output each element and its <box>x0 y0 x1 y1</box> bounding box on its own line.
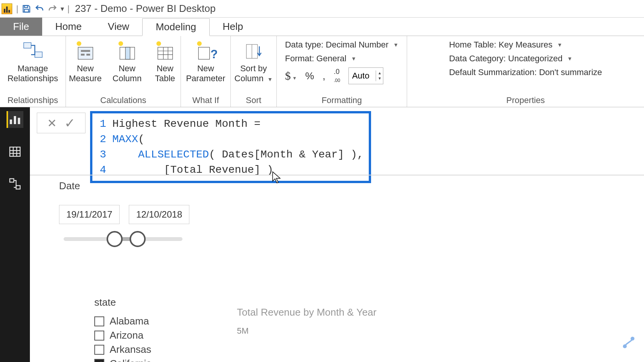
horizontal-divider <box>30 175 644 175</box>
svg-rect-3 <box>34 52 42 57</box>
date-from-input[interactable]: 19/11/2017 <box>59 205 120 224</box>
view-tab[interactable]: View <box>95 18 142 36</box>
state-option[interactable]: Alabama <box>94 315 152 327</box>
currency-button[interactable]: $▼ <box>285 69 297 82</box>
manage-relationships-button[interactable]: Manage Relationships <box>4 38 62 84</box>
svg-rect-11 <box>125 47 130 59</box>
undo-button[interactable] <box>33 2 46 15</box>
svg-text:?: ? <box>210 48 217 61</box>
format-dropdown[interactable]: Format: General▼ <box>285 54 398 64</box>
svg-point-34 <box>631 337 634 340</box>
svg-rect-2 <box>23 43 31 48</box>
default-summarization-dropdown[interactable]: Default Summarization: Don't summarize <box>449 67 602 77</box>
home-table-dropdown[interactable]: Home Table: Key Measures▼ <box>449 40 602 50</box>
window-title: 237 - Demo - Power BI Desktop <box>75 3 215 15</box>
formula-editor[interactable]: 1Highest Revenue Month = 2MAXX( 3 ALLSEL… <box>90 111 371 183</box>
cancel-formula-button[interactable]: ✕ <box>47 116 57 130</box>
slider-handle-end[interactable] <box>130 231 146 247</box>
new-column-button[interactable]: New Column <box>110 38 144 84</box>
new-measure-button[interactable]: New Measure <box>67 38 104 84</box>
svg-rect-8 <box>86 54 90 56</box>
svg-rect-6 <box>80 50 90 52</box>
svg-rect-31 <box>10 179 14 182</box>
svg-rect-7 <box>80 54 84 56</box>
data-type-dropdown[interactable]: Data type: Decimal Number▼ <box>285 40 398 50</box>
chart-axis-tick: 5M <box>237 326 376 336</box>
sort-group-label: Sort <box>246 94 261 106</box>
save-button[interactable] <box>20 2 33 15</box>
decimal-places-input[interactable]: ▲▼ <box>348 67 383 84</box>
svg-rect-5 <box>78 47 93 59</box>
qat-separator: | <box>16 4 18 14</box>
svg-point-4 <box>77 41 81 46</box>
checkbox-icon[interactable] <box>94 331 104 341</box>
new-parameter-button[interactable]: ? New Parameter <box>184 38 228 84</box>
mouse-cursor-icon <box>271 171 281 184</box>
model-view-button[interactable] <box>7 175 23 192</box>
relationships-group-label: Relationships <box>7 94 58 106</box>
svg-rect-19 <box>198 47 209 59</box>
properties-group-label: Properties <box>506 94 545 106</box>
commit-formula-button[interactable]: ✓ <box>64 115 75 131</box>
report-view-button[interactable] <box>7 111 23 128</box>
svg-point-9 <box>118 41 123 46</box>
svg-point-12 <box>156 41 161 46</box>
calculations-group-label: Calculations <box>100 94 146 106</box>
qat-customize[interactable]: ▾ <box>59 5 66 13</box>
svg-rect-26 <box>10 147 20 156</box>
revenue-chart[interactable]: Total Revenue by Month & Year 5M <box>237 306 376 336</box>
qat-separator-2: | <box>67 4 70 14</box>
state-option[interactable]: Arizona <box>94 329 152 341</box>
checkbox-icon[interactable] <box>94 316 104 326</box>
slider-handle-start[interactable] <box>107 231 123 247</box>
state-slicer[interactable]: state Alabama Arizona Arkansas ✓ Califor… <box>94 296 152 362</box>
help-tab[interactable]: Help <box>210 18 256 36</box>
svg-rect-24 <box>14 116 16 124</box>
state-slicer-title: state <box>94 296 152 308</box>
date-slicer-title: Date <box>59 180 189 192</box>
redo-button[interactable] <box>46 2 59 15</box>
svg-point-33 <box>624 345 626 348</box>
date-to-input[interactable]: 12/10/2018 <box>129 205 189 224</box>
comma-button[interactable]: , <box>322 70 325 82</box>
svg-rect-32 <box>16 186 20 189</box>
data-category-dropdown[interactable]: Data Category: Uncategorized▼ <box>449 54 602 64</box>
app-logo <box>2 3 12 14</box>
svg-point-18 <box>197 41 202 46</box>
checkbox-icon[interactable]: ✓ <box>94 359 104 362</box>
svg-rect-0 <box>24 5 28 7</box>
date-slicer[interactable]: Date 19/11/2017 12/10/2018 <box>59 180 189 241</box>
state-option[interactable]: ✓ California <box>94 358 152 362</box>
new-table-button[interactable]: New Table <box>151 38 179 84</box>
data-view-button[interactable] <box>7 143 23 160</box>
checkbox-icon[interactable] <box>94 345 104 355</box>
svg-rect-1 <box>24 9 28 12</box>
modeling-tab[interactable]: Modeling <box>142 18 210 36</box>
chart-title: Total Revenue by Month & Year <box>237 306 376 318</box>
state-option[interactable]: Arkansas <box>94 344 152 355</box>
svg-rect-13 <box>158 47 172 59</box>
file-tab[interactable]: File <box>0 18 42 36</box>
formatting-group-label: Formatting <box>322 94 362 106</box>
subscribe-watermark <box>621 335 636 351</box>
date-range-slider[interactable] <box>64 237 182 241</box>
svg-rect-25 <box>18 118 20 124</box>
whatif-group-label: What If <box>192 94 219 106</box>
svg-rect-23 <box>10 120 12 124</box>
decimal-increase-icon[interactable]: .0.00 <box>334 68 340 84</box>
percent-button[interactable]: % <box>305 70 314 82</box>
home-tab[interactable]: Home <box>42 18 95 36</box>
sort-by-column-button[interactable]: Sort by Column ▼ <box>235 38 273 84</box>
